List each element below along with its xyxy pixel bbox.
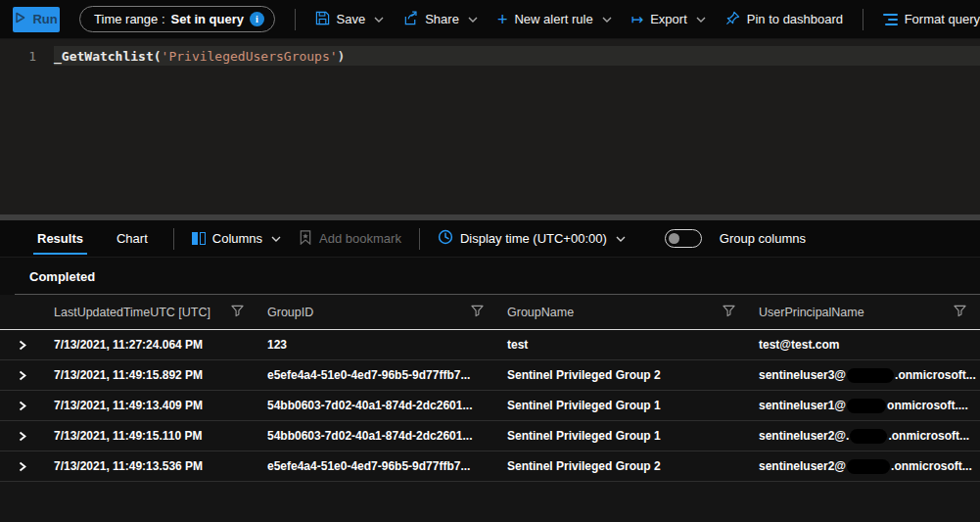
upn-prefix: sentineluser1@ (759, 399, 846, 412)
add-bookmark-label: Add bookmark (319, 231, 401, 246)
table-row[interactable]: 7/13/2021, 11:27:24.064 PM 123 test test… (0, 330, 980, 360)
cell-group-id: e5efe4a4-51e0-4ed7-96b5-9d77ffb7... (257, 459, 497, 473)
save-button[interactable]: Save (315, 11, 385, 28)
save-icon (315, 11, 330, 28)
tab-chart[interactable]: Chart (109, 220, 156, 258)
redaction-blob (850, 429, 887, 444)
cell-group-name: Sentinel Privileged Group 2 (497, 459, 749, 473)
time-range-value: Set in query (171, 12, 244, 26)
group-columns-toggle[interactable] (665, 229, 702, 248)
row-expand-chevron-icon[interactable] (19, 401, 26, 411)
table-row[interactable]: 7/13/2021, 11:49:13.536 PM e5efe4a4-51e0… (0, 451, 980, 482)
cell-group-name: test (497, 338, 749, 352)
cell-upn: sentineluser2@ .onmicrosoft... (749, 459, 980, 474)
row-expand-chevron-icon[interactable] (19, 431, 26, 442)
redaction-blob (847, 399, 886, 413)
cell-last-updated: 7/13/2021, 11:49:15.892 PM (44, 368, 257, 382)
row-expand-chevron-icon[interactable] (19, 340, 26, 351)
results-toolbar-divider (419, 228, 420, 250)
columns-dropdown[interactable]: Columns (192, 231, 281, 246)
toolbar-divider (863, 9, 863, 30)
new-alert-rule-button[interactable]: + New alert rule (497, 12, 612, 26)
save-label: Save (337, 12, 366, 26)
chevron-down-icon[interactable] (271, 236, 281, 242)
filter-icon[interactable] (723, 305, 735, 320)
cell-upn: sentineluser3@ .onmicrosoft... (749, 368, 980, 383)
cell-last-updated: 7/13/2021, 11:49:13.409 PM (44, 399, 257, 412)
display-time-dropdown[interactable]: Display time (UTC+00:00) (438, 229, 626, 248)
redaction-blob (847, 459, 890, 474)
cell-upn: sentineluser1@ onmicrosoft.... (749, 399, 980, 413)
results-toolbar: Results Chart Columns Add bookmark Displ… (0, 220, 980, 258)
upn-text: test@test.com (759, 338, 839, 352)
cell-group-name: Sentinel Privileged Group 1 (497, 429, 749, 443)
filter-icon[interactable] (954, 305, 966, 320)
tab-results[interactable]: Results (29, 220, 91, 258)
share-label: Share (425, 12, 459, 26)
add-bookmark-button[interactable]: Add bookmark (299, 230, 401, 248)
upn-suffix: onmicrosoft.... (887, 399, 968, 412)
upn-suffix: .onmicrosoft... (891, 459, 972, 473)
tab-results-label: Results (37, 231, 83, 246)
upn-suffix: .onmicrosoft... (888, 429, 969, 443)
tab-chart-label: Chart (117, 231, 148, 246)
code-function-token: _GetWatchlist( (54, 49, 162, 64)
cell-group-name: Sentinel Privileged Group 1 (497, 399, 749, 412)
pin-icon (725, 11, 740, 28)
status-badge: Completed (29, 269, 95, 284)
table-row[interactable]: 7/13/2021, 11:49:15.892 PM e5efe4a4-51e0… (0, 360, 980, 391)
format-query-button[interactable]: Format query (883, 12, 980, 26)
toggle-knob (669, 233, 679, 244)
row-expand-chevron-icon[interactable] (19, 461, 26, 472)
column-header-last-updated[interactable]: LastUpdatedTimeUTC [UTC] (44, 295, 257, 329)
chevron-down-icon[interactable] (374, 17, 384, 23)
column-header-upn[interactable]: UserPrincipalName (749, 295, 980, 329)
upn-prefix: sentineluser2@. (759, 429, 849, 443)
info-icon[interactable]: i (250, 12, 264, 26)
bookmark-icon (299, 230, 312, 248)
query-toolbar: Run Time range : Set in query i Save Sha… (0, 0, 980, 39)
grid-header-row: LastUpdatedTimeUTC [UTC] GroupID GroupNa… (0, 295, 980, 330)
cell-group-id: 123 (257, 338, 497, 352)
chevron-down-icon[interactable] (696, 17, 706, 23)
row-expand-chevron-icon[interactable] (19, 370, 26, 381)
column-header-label: UserPrincipalName (759, 306, 864, 319)
chevron-down-icon[interactable] (616, 236, 626, 242)
column-header-group-name[interactable]: GroupName (497, 295, 749, 329)
time-range-pill[interactable]: Time range : Set in query i (79, 6, 275, 32)
query-editor[interactable]: 1 _GetWatchlist( 'PrivilegedUsersGroups'… (0, 39, 980, 214)
column-header-label: LastUpdatedTimeUTC [UTC] (54, 306, 210, 319)
export-button[interactable]: ↦ Export (631, 11, 706, 28)
column-header-label: GroupID (267, 306, 313, 319)
line-number: 1 (0, 49, 54, 64)
cell-upn: test@test.com (749, 338, 980, 352)
export-icon: ↦ (631, 11, 644, 28)
upn-prefix: sentineluser3@ (759, 368, 846, 382)
column-header-group-id[interactable]: GroupID (257, 295, 497, 329)
code-line-1[interactable]: 1 _GetWatchlist( 'PrivilegedUsersGroups'… (0, 46, 980, 66)
cell-last-updated: 7/13/2021, 11:49:15.110 PM (44, 429, 257, 443)
toolbar-divider (295, 9, 296, 30)
pin-to-dashboard-button[interactable]: Pin to dashboard (725, 11, 843, 28)
query-code[interactable]: _GetWatchlist( 'PrivilegedUsersGroups' ) (54, 46, 980, 66)
table-row[interactable]: 7/13/2021, 11:49:15.110 PM 54bb0603-7d02… (0, 421, 980, 451)
cell-group-id: 54bb0603-7d02-40a1-874d-2dc2601... (257, 399, 497, 412)
chevron-down-icon[interactable] (602, 17, 612, 23)
code-close-paren: ) (338, 49, 346, 64)
cell-last-updated: 7/13/2021, 11:49:13.536 PM (44, 459, 257, 473)
new-alert-rule-label: New alert rule (514, 12, 592, 26)
results-toolbar-divider (173, 228, 174, 250)
share-icon (403, 11, 418, 28)
share-button[interactable]: Share (403, 11, 478, 28)
table-row[interactable]: 7/13/2021, 11:49:13.409 PM 54bb0603-7d02… (0, 391, 980, 421)
results-grid: LastUpdatedTimeUTC [UTC] GroupID GroupNa… (0, 295, 980, 522)
export-label: Export (650, 12, 687, 26)
filter-icon[interactable] (471, 305, 484, 320)
chevron-down-icon[interactable] (468, 17, 478, 23)
upn-suffix: .onmicrosoft... (895, 368, 976, 382)
columns-icon (192, 232, 206, 245)
cell-upn: sentineluser2@. .onmicrosoft... (749, 429, 980, 444)
run-button[interactable]: Run (13, 7, 60, 32)
filter-icon[interactable] (231, 305, 244, 320)
pin-label: Pin to dashboard (747, 12, 843, 26)
